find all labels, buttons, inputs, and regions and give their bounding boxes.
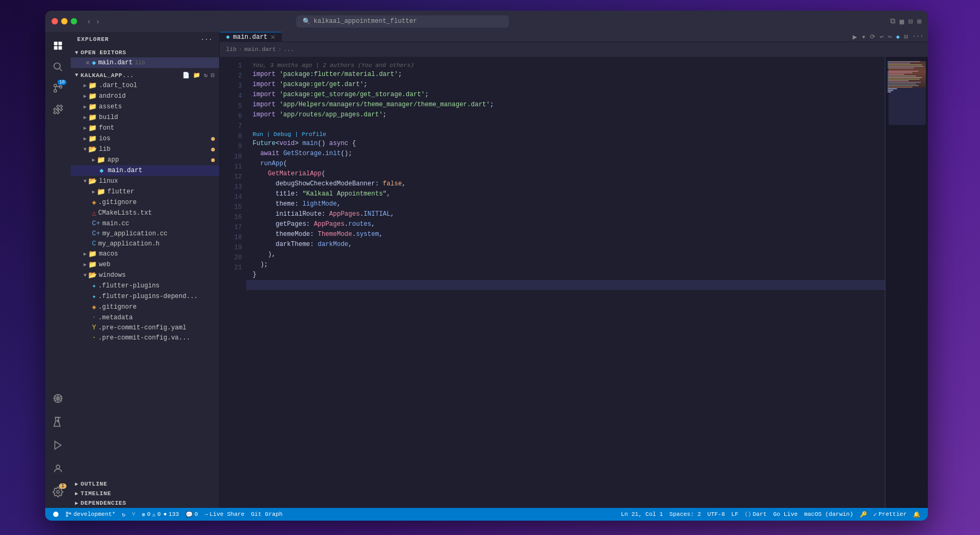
status-branch[interactable]: development* [62,511,119,517]
undo-icon[interactable]: ↩ [880,33,883,41]
folder-app[interactable]: ▶ 📁 app [71,155,219,165]
more-icon[interactable]: ··· [912,33,924,40]
forward-button[interactable]: › [95,16,102,27]
activity-explorer[interactable] [48,36,68,55]
run-dropdown-icon[interactable]: ▾ [861,32,866,41]
file-flutter-plugins-dep[interactable]: ✦ .flutter-plugins-depend... [71,291,219,302]
customize-layout-icon[interactable]: ⊟ [908,17,912,26]
refresh-icon[interactable]: ↻ [204,72,208,79]
new-file-icon[interactable]: 📄 [182,72,190,79]
file-flutter-plugins[interactable]: ✦ .flutter-plugins [71,281,219,291]
minimap-line [887,88,897,89]
maximize-button[interactable] [71,18,77,24]
collapse-icon[interactable]: ⊟ [211,72,215,79]
open-editors-header[interactable]: ▼ OPEN EDITORS [71,48,219,57]
file-my-application-cc[interactable]: C+ my_application.cc [71,228,219,239]
open-editor-main-dart[interactable]: ✕ ◆ main.dart lib [71,57,219,68]
file-pre-commit[interactable]: Y .pre-commit-config.yaml [71,322,219,333]
status-errors[interactable]: ⊗ 0 ⚠ 0 ● 133 [139,511,182,518]
status-git-graph[interactable]: Git Graph [248,511,286,517]
file-pre-commit-va[interactable]: · .pre-commit-config.va... [71,333,219,343]
status-line-ending[interactable]: LF [728,511,741,517]
project-header[interactable]: ▼ KALKAAL_APP... 📄 📁 ↻ ⊟ [71,70,219,80]
status-right: Ln 21, Col 1 Spaces: 2 UTF-8 LF () Dart … [618,511,924,518]
file-main-cc[interactable]: C+ main.cc [71,218,219,228]
folder-windows[interactable]: ▼ 📂 windows [71,270,219,281]
code-area[interactable]: You, 3 months ago | 2 authors (You and o… [246,57,885,508]
status-go-live[interactable]: Go Live [770,511,801,517]
folder-flutter[interactable]: ▶ 📁 flutter [71,186,219,197]
hot-reload-icon[interactable]: ⟳ [870,33,875,41]
grid-layout-icon[interactable]: ⊞ [917,17,922,26]
activity-git[interactable]: 10 [48,79,68,98]
status-key[interactable]: 🔑 [857,511,870,518]
status-bar: development* ↻ ⑂ ⊗ 0 ⚠ 0 ● 133 💬 0 → Liv… [45,508,928,521]
status-prettier[interactable]: ✓ Prettier [870,511,910,518]
status-remote[interactable] [49,511,62,517]
file-gitignore[interactable]: ◈ .gitignore [71,197,219,208]
status-position[interactable]: Ln 21, Col 1 [618,511,666,517]
activity-account[interactable] [48,459,68,478]
yaml-icon: Y [92,324,96,332]
breadcrumb-lib[interactable]: lib [226,46,237,53]
status-encoding[interactable]: UTF-8 [704,511,728,517]
activity-test[interactable] [48,412,68,431]
status-hints[interactable]: 💬 0 [182,511,202,518]
line-num-11: 11 [220,162,246,172]
explorer-more-icon[interactable]: ··· [201,36,213,43]
status-live-share[interactable]: → Live Share [201,511,248,517]
file-metadata[interactable]: · .metadata [71,312,219,322]
new-folder-icon[interactable]: 📁 [193,72,201,79]
file-gitignore-root[interactable]: ◈ .gitignore [71,302,219,312]
status-macos[interactable]: macOS (darwin) [801,511,856,517]
redo-icon[interactable]: ↪ [888,33,892,41]
layout-icon-toolbar[interactable]: ⊟ [904,33,908,41]
file-my-application-h[interactable]: C my_application.h [71,239,219,249]
activity-search[interactable] [48,57,68,77]
status-bell[interactable]: 🔔 [910,511,924,518]
branch-name: development* [73,511,115,517]
run-icon[interactable]: ▶ [853,32,857,41]
vscode-window: ‹ › 🔍 kalkaal_appointment_flutter ⧉ ▦ ⊟ … [45,11,928,521]
close-icon[interactable]: ✕ [86,58,90,67]
folder-dart-tool[interactable]: ▶ 📁 .dart_tool [71,80,219,91]
folder-android[interactable]: ▶ 📁 android [71,91,219,101]
folder-build[interactable]: ▶ 📁 build [71,112,219,123]
file-main-dart[interactable]: ◆ main.dart [71,165,219,176]
title-search-bar[interactable]: 🔍 kalkaal_appointment_flutter [296,15,509,28]
back-button[interactable]: ‹ [86,16,93,27]
dependencies-header[interactable]: ▶ DEPENDENCIES [71,498,219,508]
status-language[interactable]: () Dart [742,511,770,517]
tab-main-dart[interactable]: ◆ main.dart ✕ [220,32,282,41]
macos-label: macOS (darwin) [804,511,853,517]
minimize-button[interactable] [61,18,68,24]
close-button[interactable] [52,18,58,24]
minimap [885,57,928,508]
activity-remote[interactable] [48,389,68,408]
status-sync[interactable]: ↻ [119,511,129,518]
activity-debug[interactable] [48,436,68,455]
run-link[interactable]: Run | Debug | Profile [253,131,326,138]
code-line-1: import 'package:flutter/material.dart'; [246,70,885,80]
folder-macos[interactable]: ▶ 📁 macos [71,249,219,259]
layout-icon[interactable]: ▦ [900,17,904,26]
tab-close-button[interactable]: ✕ [271,32,275,41]
git-badge: 10 [57,80,66,85]
folder-ios[interactable]: ▶ 📁 ios [71,133,219,144]
folder-web[interactable]: ▶ 📁 web [71,259,219,270]
dart-icon-toolbar[interactable]: ◆ [896,33,900,41]
timeline-header[interactable]: ▶ TIMELINE [71,489,219,498]
folder-font[interactable]: ▶ 📁 font [71,123,219,133]
file-cmakelists[interactable]: △ CMakeLists.txt [71,208,219,218]
folder-lib[interactable]: ▼ 📂 lib [71,144,219,155]
activity-extensions[interactable] [48,100,68,119]
folder-linux[interactable]: ▼ 📂 linux [71,176,219,186]
breadcrumb-file[interactable]: main.dart [244,46,275,53]
outline-header[interactable]: ▶ OUTLINE [71,479,219,489]
activity-settings[interactable]: 1 [48,482,68,502]
status-spaces[interactable]: Spaces: 2 [666,511,704,517]
folder-assets[interactable]: ▶ 📁 assets [71,101,219,112]
breadcrumb-more[interactable]: ... [283,46,294,53]
split-editor-icon[interactable]: ⧉ [890,17,895,26]
status-git-more[interactable]: ⑂ [129,511,139,517]
